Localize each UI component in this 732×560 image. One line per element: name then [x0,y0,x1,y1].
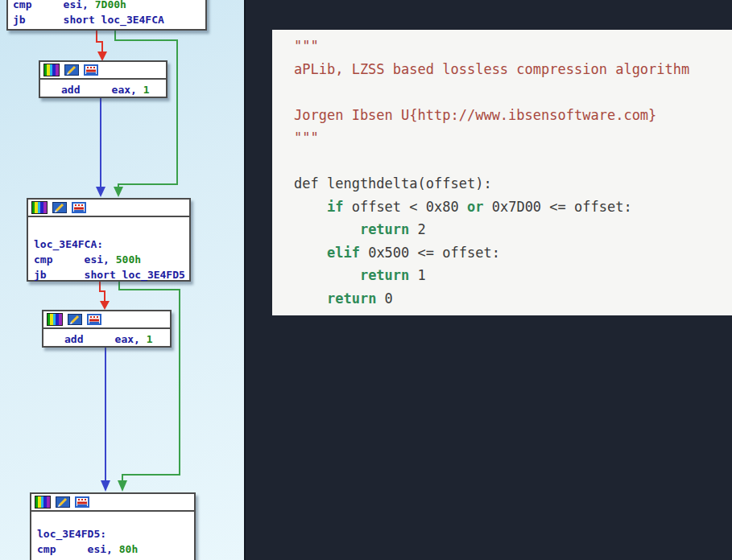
code-line-token [294,267,360,283]
asm-block-loc-3E4FCA[interactable]: loc_3E4FCA:cmp esi, 500hjb short loc_3E4… [27,198,191,282]
code-line-token: 0x7D00 <= offset: [483,199,631,215]
asm-line-token: loc_3E4FD5: [37,528,106,540]
code-line: def lengthdelta(offset): [294,172,732,196]
graph-icon[interactable] [87,314,101,325]
code-line-token: """ [294,38,319,54]
asm-block-add-eax-1a[interactable]: add eax, 1 [39,60,167,98]
edit-icon[interactable] [52,202,67,213]
arrowhead-red-2 [100,301,110,310]
asm-line: cmp esi, 7D00h [13,0,202,12]
edit-icon[interactable] [68,314,82,325]
block-body: add eax, 1 [43,329,170,349]
code-line: Jorgen Ibsen U{http://www.ibsensoftware.… [294,104,732,127]
code-line-token: Jorgen Ibsen U{http://www.ibsensoftware.… [294,107,656,123]
asm-line: cmp esi, 500h [34,252,186,267]
asm-line-token: 1 [147,333,153,345]
graph-icon[interactable] [72,202,86,213]
asm-block-loc-3E4FD5[interactable]: loc_3E4FD5:cmp esi, 80hjb short loc_3E4F… [30,492,196,560]
palette-icon[interactable] [43,64,60,76]
code-line: aPLib, LZSS based lossless compression a… [294,58,732,81]
arrowhead-green-2 [118,480,127,492]
code-line-token [294,199,327,215]
asm-line: jb short loc_3E4FCA [13,12,202,27]
code-line-token: offset < 0x80 [343,199,467,215]
code-line: """ [294,35,732,58]
code-line-token: 2 [409,221,425,237]
block-header [28,200,189,217]
asm-line-token: loc_3E4FCA: [34,238,103,250]
arrowhead-blue-2 [101,480,110,492]
code-line-token [294,245,327,261]
arrowhead-green-1 [114,187,123,197]
asm-block-add-eax-1b[interactable]: add eax, 1 [42,310,172,348]
code-line: elif 0x500 <= offset: [294,241,732,265]
graph-icon[interactable] [75,496,89,508]
arrowhead-blue-1 [96,187,105,197]
code-line-token: if [327,199,343,215]
asm-line-token: jb short loc_3E4FCA [13,14,164,26]
screen: cmp esi, 7D00hjb short loc_3E4FCA add ea… [0,0,732,560]
code-line: if offset < 0x80 or 0x7D00 <= offset: [294,196,732,219]
block-body: cmp esi, 7D00hjb short loc_3E4FCA [8,0,205,29]
edit-icon[interactable] [56,496,70,508]
code-line-token: def lengthdelta(offset): [294,175,492,191]
code-line-token: 0x500 <= offset: [360,245,500,261]
code-line [294,80,732,104]
asm-line: add eax, 1 [64,331,167,348]
palette-icon[interactable] [35,496,51,509]
block-header [31,494,194,512]
code-line-token: elif [327,245,360,261]
asm-line-token: jb short loc_3E4FD5 [34,269,185,281]
python-source-panel[interactable]: """aPLib, LZSS based lossless compressio… [272,30,732,315]
code-line-token: return [360,221,409,237]
asm-line: loc_3E4FCA: [34,237,186,252]
code-line-token: return [360,267,409,283]
code-line-token: return [327,290,376,307]
asm-line: jb short loc_3E4FD5 [34,267,186,282]
code-line-token: """ [294,130,319,146]
edge-jump-taken-1 [115,31,177,187]
asm-line: cmp esi, 80h [37,541,191,557]
asm-line-token: cmp esi, [37,543,119,555]
code-line: return 2 [294,218,732,241]
block-body: add eax, 1 [40,80,166,100]
asm-line: loc_3E4FD5: [37,526,191,541]
ida-graph-pane[interactable]: cmp esi, 7D00hjb short loc_3E4FCA add ea… [0,0,246,560]
asm-line-token: cmp esi, [34,253,116,266]
block-body: loc_3E4FD5:cmp esi, 80hjb short loc_3E4F… [31,512,194,560]
code-line-token: 1 [409,267,425,283]
asm-line: jb short loc_3E4FE0 [37,557,191,560]
asm-line-token: 7D00h [95,0,126,10]
asm-line-token: cmp esi, [13,0,95,10]
asm-line: add eax, 1 [61,81,163,98]
block-header [43,311,170,329]
asm-block-entry[interactable]: cmp esi, 7D00hjb short loc_3E4FCA [6,0,207,31]
asm-line-token: 500h [116,253,141,266]
asm-line-token: add eax, [64,333,147,345]
palette-icon[interactable] [31,201,48,214]
code-line-token [294,290,327,307]
code-line: return 1 [294,264,732,287]
edge-jump-not-taken-1 [97,31,102,53]
code-line-token: 0 [376,290,392,307]
graph-icon[interactable] [84,64,98,76]
code-line-token: or [467,199,483,215]
asm-line-token: 80h [119,543,138,555]
edit-icon[interactable] [64,64,79,76]
block-body: loc_3E4FCA:cmp esi, 500hjb short loc_3E4… [28,217,189,284]
block-header [40,62,166,80]
editor-pane: """aPLib, LZSS based lossless compressio… [246,0,732,560]
code-line-token [294,221,360,237]
code-line-token: aPLib, LZSS based lossless compression a… [294,61,689,77]
code-line: """ [294,126,732,150]
palette-icon[interactable] [47,313,63,326]
code-line: return 0 [294,287,732,311]
code-line [294,150,732,173]
asm-line-token: 1 [143,84,150,96]
asm-line-token: add eax, [61,84,143,96]
